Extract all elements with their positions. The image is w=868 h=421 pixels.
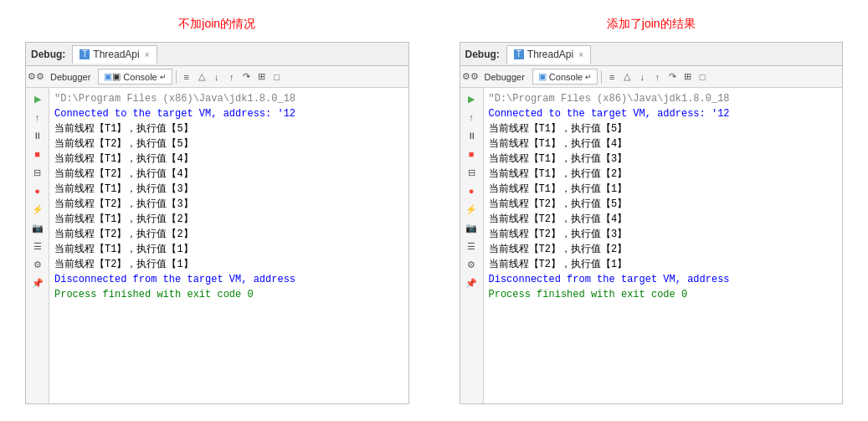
with-join-dot-btn[interactable]: ● <box>464 183 479 198</box>
console-line: 当前线程【T1】，执行值【5】 <box>489 121 838 136</box>
console-line: 当前线程【T2】，执行值【1】 <box>489 257 838 272</box>
with-join-console: "D:\Program Files (x86)\Java\jdk1.8.0_18… <box>484 88 843 403</box>
with-join-tab[interactable]: T ThreadApi × <box>506 45 591 64</box>
with-join-btn-grid[interactable]: ⊞ <box>681 70 694 84</box>
console-line: 当前线程【T1】，执行值【3】 <box>54 182 403 197</box>
console-line: Process finished with exit code 0 <box>54 287 403 302</box>
console-tab[interactable]: ▣ Console ↵ <box>98 69 172 85</box>
console-line: Process finished with exit code 0 <box>489 287 838 302</box>
debug-label: Debug: <box>31 49 65 60</box>
with-join-debug-label: Debug: <box>465 49 500 60</box>
with-join-table-btn[interactable]: ⊟ <box>464 165 479 180</box>
console-line: 当前线程【T1】，执行值【2】 <box>54 212 403 227</box>
debugger-tab[interactable]: Debugger <box>44 69 96 85</box>
with-join-body: ▶ ↑ ⏸ ■ ⊟ ● ⚡ 📷 ☰ ⚙ 📌 "D:\Program Files … <box>460 88 843 403</box>
console-line: 当前线程【T1】，执行值【3】 <box>489 151 838 167</box>
no-join-title: 不加join的情况 <box>25 17 409 32</box>
with-join-left-panel: ▶ ↑ ⏸ ■ ⊟ ● ⚡ 📷 ☰ ⚙ 📌 <box>460 88 484 403</box>
btn-step[interactable]: ↷ <box>240 70 254 84</box>
left-camera-btn[interactable]: 📷 <box>30 220 45 235</box>
with-join-gear-btn[interactable]: ⚙ <box>464 257 479 272</box>
btn-box[interactable]: □ <box>270 70 284 84</box>
console-line: 当前线程【T2】，执行值【5】 <box>54 136 403 151</box>
no-join-ide-window: Debug: T ThreadApi × ⚙ Debugger ▣ Consol… <box>25 42 409 404</box>
with-join-btn-up[interactable]: △ <box>620 70 634 84</box>
no-join-subtoolbar: ⚙ Debugger ▣ Console ↵ ≡ △ ↓ ↑ ↷ ⊞ □ <box>26 66 408 88</box>
console-line: 当前线程【T1】，执行值【2】 <box>489 167 838 182</box>
with-join-console-icon: ▣ <box>538 71 547 82</box>
no-join-left-panel: ▶ ↑ ⏸ ■ ⊟ ● ⚡ 📷 ☰ ⚙ 📌 <box>26 88 49 403</box>
left-pause-btn[interactable]: ⏸ <box>30 128 45 143</box>
with-join-btn-up2[interactable]: ↑ <box>650 70 664 84</box>
with-join-tab-icon: T <box>514 49 524 59</box>
btn-align[interactable]: ≡ <box>180 70 193 84</box>
with-join-list-btn[interactable]: ☰ <box>464 239 479 254</box>
with-join-up-btn[interactable]: ↑ <box>464 110 479 125</box>
with-join-debugger-tab[interactable]: Debugger <box>479 69 531 85</box>
console-line: "D:\Program Files (x86)\Java\jdk1.8.0_18 <box>489 91 838 106</box>
console-line: 当前线程【T2】，执行值【3】 <box>54 197 403 212</box>
no-join-section: 不加join的情况 Debug: T ThreadApi × ⚙ Debugge… <box>25 17 409 404</box>
with-join-play-btn[interactable]: ▶ <box>464 91 479 106</box>
console-icon: ▣ <box>104 71 121 82</box>
tab-close-icon[interactable]: × <box>145 50 150 59</box>
with-join-sep <box>601 70 602 84</box>
with-join-gear-icon[interactable]: ⚙ <box>464 70 477 84</box>
left-dot-btn[interactable]: ● <box>30 183 45 198</box>
btn-up-arr[interactable]: ↑ <box>225 70 239 84</box>
left-stop-btn[interactable]: ■ <box>30 146 45 162</box>
left-play-btn[interactable]: ▶ <box>30 91 45 106</box>
with-join-section: 添加了join的结果 Debug: T ThreadApi × ⚙ Debugg… <box>460 17 844 404</box>
no-join-toolbar: Debug: T ThreadApi × <box>26 43 408 66</box>
left-pin-btn[interactable]: 📌 <box>30 275 45 290</box>
debugger-tab-label: Debugger <box>50 72 90 82</box>
with-join-btn-down[interactable]: ↓ <box>635 70 649 84</box>
with-join-toolbar: Debug: T ThreadApi × <box>460 43 843 66</box>
toolbar-sep-1 <box>176 70 177 84</box>
console-line: 当前线程【T1】，执行值【5】 <box>54 121 403 136</box>
tab-name: ThreadApi <box>93 49 139 60</box>
console-line: 当前线程【T2】，执行值【1】 <box>54 257 403 272</box>
console-line: Disconnected from the target VM, address <box>54 272 403 287</box>
with-join-title: 添加了join的结果 <box>460 17 844 32</box>
console-line: 当前线程【T2】，执行值【4】 <box>54 167 403 182</box>
with-join-console-arrow: ↵ <box>585 73 592 81</box>
with-join-tab-close[interactable]: × <box>578 50 583 59</box>
left-table-btn[interactable]: ⊟ <box>30 165 45 180</box>
console-line: 当前线程【T2】，执行值【2】 <box>489 242 838 257</box>
console-line: 当前线程【T1】，执行值【4】 <box>489 136 838 151</box>
console-line: 当前线程【T1】，执行值【1】 <box>489 182 838 197</box>
with-join-stop-btn[interactable]: ■ <box>464 146 479 162</box>
btn-up[interactable]: △ <box>195 70 208 84</box>
with-join-pause-btn[interactable]: ⏸ <box>464 128 479 143</box>
left-lightning-btn[interactable]: ⚡ <box>30 202 45 217</box>
with-join-subtoolbar: ⚙ Debugger ▣ Console ↵ ≡ △ ↓ ↑ ↷ ⊞ □ <box>460 66 843 88</box>
with-join-tab-name: ThreadApi <box>527 49 573 60</box>
console-line: 当前线程【T2】，执行值【3】 <box>489 227 838 242</box>
console-line: Disconnected from the target VM, address <box>489 272 838 287</box>
with-join-btn-step[interactable]: ↷ <box>665 70 679 84</box>
gear-icon[interactable]: ⚙ <box>29 70 43 84</box>
left-gear-btn[interactable]: ⚙ <box>30 257 45 272</box>
console-line: 当前线程【T2】，执行值【4】 <box>489 212 838 227</box>
with-join-debugger-label: Debugger <box>485 72 525 82</box>
console-line: 当前线程【T1】，执行值【4】 <box>54 151 403 167</box>
no-join-tab[interactable]: T ThreadApi × <box>72 45 157 64</box>
with-join-pin-btn[interactable]: 📌 <box>464 275 479 290</box>
console-line: "D:\Program Files (x86)\Java\jdk1.8.0_18 <box>54 91 403 106</box>
console-arrow: ↵ <box>160 73 167 81</box>
console-line: Connected to the target VM, address: '12 <box>489 106 838 121</box>
left-list-btn[interactable]: ☰ <box>30 239 45 254</box>
console-line: 当前线程【T2】，执行值【5】 <box>489 197 838 212</box>
left-up-btn[interactable]: ↑ <box>30 110 45 125</box>
page-container: 不加join的情况 Debug: T ThreadApi × ⚙ Debugge… <box>0 0 868 421</box>
btn-down-arr[interactable]: ↓ <box>210 70 223 84</box>
with-join-console-tab[interactable]: ▣ Console ↵ <box>532 69 598 85</box>
btn-grid[interactable]: ⊞ <box>255 70 269 84</box>
console-tab-label: Console <box>123 72 157 82</box>
console-line: 当前线程【T1】，执行值【1】 <box>54 242 403 257</box>
with-join-lightning-btn[interactable]: ⚡ <box>464 202 479 217</box>
with-join-camera-btn[interactable]: 📷 <box>464 220 479 235</box>
with-join-btn-align[interactable]: ≡ <box>605 70 619 84</box>
with-join-btn-box[interactable]: □ <box>696 70 709 84</box>
